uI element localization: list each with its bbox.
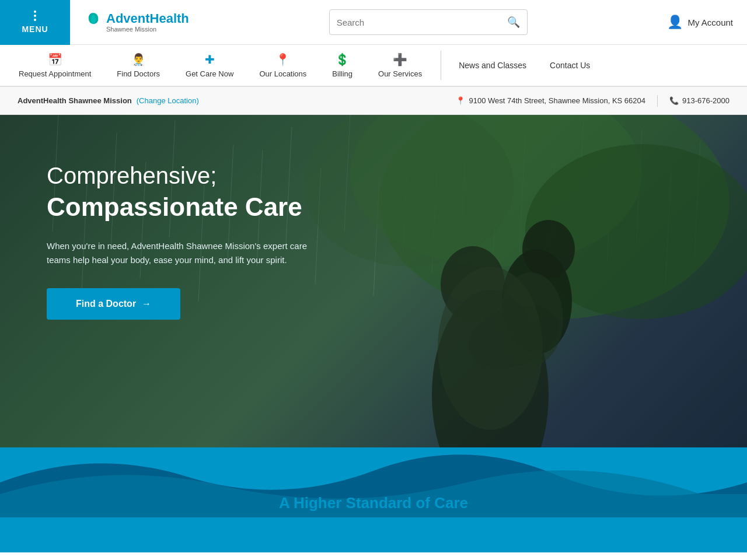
medical-icon: ✚ [205, 52, 215, 66]
nav-bar: 📅 Request Appointment 👨‍⚕ Find Doctors ✚… [0, 45, 747, 87]
change-location-link[interactable]: (Change Location) [137, 96, 199, 105]
menu-dots-icon [34, 10, 36, 21]
logo-sub: Shawnee Mission [106, 26, 189, 33]
billing-icon: 💲 [335, 52, 350, 66]
find-doctor-label: Find a Doctor [76, 299, 136, 309]
svg-point-2 [91, 15, 96, 24]
nav-label-billing: Billing [332, 69, 352, 78]
nav-divider [441, 51, 441, 80]
nav-label-news-classes: News and Classes [459, 61, 526, 70]
hero-content: Comprehensive; Compassionate Care When y… [47, 162, 315, 320]
nav-item-contact-us[interactable]: Contact Us [538, 45, 602, 86]
hero-title-light: Comprehensive; [47, 162, 315, 190]
nav-label-get-care-now: Get Care Now [186, 69, 233, 78]
address-text: 9100 West 74th Street, Shawnee Mission, … [469, 96, 645, 105]
location-divider [657, 95, 658, 107]
search-input[interactable] [337, 18, 507, 27]
location-bar: AdventHealth Shawnee Mission (Change Loc… [0, 87, 747, 115]
nav-label-contact-us: Contact Us [550, 61, 590, 70]
location-pin-icon: 📍 [275, 52, 290, 66]
location-address: 📍 9100 West 74th Street, Shawnee Mission… [456, 96, 645, 105]
calendar-icon: 📅 [48, 52, 62, 66]
find-doctor-arrow-icon: → [142, 299, 151, 309]
services-icon: ➕ [393, 52, 407, 66]
logo-area: AdventHealth Shawnee Mission [70, 12, 203, 33]
hero-section: Comprehensive; Compassionate Care When y… [0, 115, 747, 447]
account-icon: 👤 [667, 15, 683, 30]
account-area[interactable]: 👤 My Account [653, 15, 747, 30]
advent-health-logo-icon [84, 13, 103, 32]
logo-text: AdventHealth Shawnee Mission [106, 12, 189, 33]
logo-advent-health: AdventHealth [106, 12, 189, 26]
nav-item-our-services[interactable]: ➕ Our Services [365, 45, 435, 86]
search-button[interactable]: 🔍 [507, 16, 520, 29]
top-bar: MENU AdventHealth Shawnee Mission 🔍 👤 My… [0, 0, 747, 45]
search-area: 🔍 [203, 9, 654, 35]
hero-title-bold: Compassionate Care [47, 192, 315, 223]
nav-item-billing[interactable]: 💲 Billing [319, 45, 365, 86]
phone-icon: 📞 [669, 96, 679, 105]
nav-item-news-classes[interactable]: News and Classes [447, 45, 538, 86]
search-box: 🔍 [329, 9, 528, 35]
hero-description: When you're in need, AdventHealth Shawne… [47, 239, 315, 267]
menu-label: MENU [22, 24, 48, 34]
nav-label-find-doctors: Find Doctors [117, 69, 160, 78]
nav-label-our-locations: Our Locations [259, 69, 306, 78]
location-phone: 📞 913-676-2000 [669, 96, 729, 105]
location-name: AdventHealth Shawnee Mission [18, 96, 132, 105]
menu-button[interactable]: MENU [0, 0, 70, 45]
map-pin-icon: 📍 [456, 96, 465, 105]
search-icon: 🔍 [507, 16, 520, 28]
bottom-content: A Higher Standard of Care [0, 447, 747, 530]
nav-item-request-appointment[interactable]: 📅 Request Appointment [6, 45, 104, 86]
nav-item-get-care-now[interactable]: ✚ Get Care Now [173, 45, 246, 86]
nav-item-our-locations[interactable]: 📍 Our Locations [246, 45, 319, 86]
nav-item-find-doctors[interactable]: 👨‍⚕ Find Doctors [104, 45, 173, 86]
higher-standard-label: A Higher Standard of Care [0, 477, 747, 512]
location-right: 📍 9100 West 74th Street, Shawnee Mission… [456, 95, 729, 107]
nav-label-request-appointment: Request Appointment [19, 69, 91, 78]
my-account-label: My Account [687, 18, 733, 27]
find-doctor-button[interactable]: Find a Doctor → [47, 288, 180, 320]
phone-text: 913-676-2000 [682, 96, 729, 105]
doctor-icon: 👨‍⚕ [131, 52, 146, 66]
bottom-section: A Higher Standard of Care [0, 447, 747, 552]
nav-label-our-services: Our Services [378, 69, 422, 78]
